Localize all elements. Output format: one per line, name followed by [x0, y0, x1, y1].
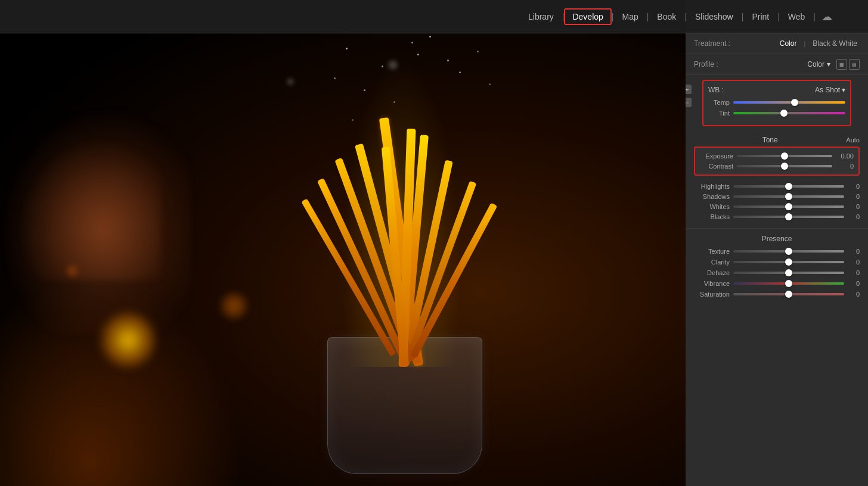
whites-thumb[interactable]: [785, 203, 792, 210]
treatment-options: Color | Black & White: [777, 38, 860, 49]
highlights-row: Highlights 0: [694, 183, 860, 190]
contrast-slider-row: Contrast 0: [700, 163, 854, 170]
profile-grid-icon-1[interactable]: ▦: [836, 59, 847, 70]
contrast-thumb[interactable]: [781, 163, 788, 170]
tone-header: Tone Auto: [694, 131, 860, 147]
nav-web[interactable]: Web: [780, 8, 814, 25]
basic-sliders-section: Highlights 0 Shadows 0 Whites 0 Blacks: [686, 180, 868, 226]
clarity-thumb[interactable]: [785, 258, 792, 266]
wb-label: WB :: [708, 86, 724, 94]
blacks-value: 0: [848, 213, 860, 220]
nav-library[interactable]: Library: [520, 8, 562, 25]
wb-dropdown[interactable]: As Shot ▾: [815, 86, 845, 94]
presence-section: Presence Texture 0 Clarity 0 Dehaze 0 Vi…: [686, 228, 868, 304]
clarity-slider[interactable]: [733, 261, 844, 263]
bokeh-small3: [286, 77, 294, 86]
highlights-thumb[interactable]: [785, 183, 792, 190]
treatment-label: Treatment :: [694, 39, 730, 48]
treatment-color-btn[interactable]: Color: [777, 38, 799, 49]
tone-section-outer: Tone Auto Exposure 0.00 Contrast 0: [686, 131, 868, 180]
bokeh-orange: [221, 292, 247, 319]
temp-slider[interactable]: [733, 101, 845, 104]
top-navigation: Library | Develop | Map | Book | Slidesh…: [0, 0, 868, 33]
saturation-row: Saturation 0: [694, 291, 860, 298]
eyedropper-buttons: ✒ ○: [686, 85, 692, 107]
wb-dropdown-text: As Shot: [815, 86, 840, 94]
main-photo-canvas: [0, 0, 686, 486]
exposure-slider[interactable]: [737, 155, 832, 157]
blacks-label: Blacks: [694, 213, 730, 220]
eyedropper-btn-2[interactable]: ○: [686, 98, 692, 107]
tint-slider-row: Tint: [708, 110, 845, 117]
whites-slider[interactable]: [733, 205, 844, 208]
nav-map[interactable]: Map: [613, 8, 646, 25]
contrast-slider[interactable]: [737, 165, 832, 167]
whites-row: Whites 0: [694, 203, 860, 210]
vibrance-row: Vibrance 0: [694, 280, 860, 287]
vibrance-slider[interactable]: [733, 282, 844, 285]
bokeh-yellow: [101, 313, 155, 367]
profile-dropdown[interactable]: Color ▾: [807, 60, 830, 68]
tone-inner-border: Exposure 0.00 Contrast 0: [694, 147, 860, 176]
vibrance-label: Vibrance: [694, 280, 730, 287]
exposure-value: 0.00: [836, 152, 854, 160]
shadows-slider[interactable]: [733, 195, 844, 198]
vibrance-thumb[interactable]: [785, 280, 792, 287]
clarity-row: Clarity 0: [694, 258, 860, 266]
blacks-thumb[interactable]: [785, 213, 792, 220]
dehaze-row: Dehaze 0: [694, 269, 860, 276]
texture-slider[interactable]: [733, 250, 844, 253]
profile-grid-icon-2[interactable]: ▤: [849, 59, 860, 70]
treatment-bw-btn[interactable]: Black & White: [810, 38, 860, 49]
texture-row: Texture 0: [694, 248, 860, 255]
blacks-slider[interactable]: [733, 216, 844, 218]
exposure-thumb[interactable]: [781, 152, 788, 160]
clarity-value: 0: [848, 258, 860, 266]
nav-book[interactable]: Book: [649, 8, 684, 25]
tint-thumb[interactable]: [780, 110, 788, 117]
wb-dropdown-chevron: ▾: [842, 86, 845, 94]
treatment-sep: |: [804, 40, 805, 47]
texture-thumb[interactable]: [785, 248, 792, 255]
eyedropper-btn-1[interactable]: ✒: [686, 85, 692, 94]
texture-value: 0: [848, 248, 860, 255]
bokeh-small1: [66, 264, 79, 278]
wb-section-wrapper: ✒ ○ WB : As Shot ▾ Temp Tint: [694, 80, 860, 126]
whites-value: 0: [848, 203, 860, 210]
shadows-row: Shadows 0: [694, 193, 860, 200]
dehaze-thumb[interactable]: [785, 269, 792, 276]
profile-value-text: Color: [807, 60, 824, 68]
whites-label: Whites: [694, 203, 730, 210]
profile-icons: ▦ ▤: [836, 59, 860, 70]
fries-group: [318, 57, 485, 367]
temp-thumb[interactable]: [791, 99, 798, 106]
wb-header: WB : As Shot ▾: [708, 86, 845, 94]
nav-slideshow[interactable]: Slideshow: [687, 8, 742, 25]
dehaze-label: Dehaze: [694, 269, 730, 276]
cloud-icon[interactable]: ☁: [822, 10, 832, 23]
temp-label: Temp: [708, 99, 730, 106]
shadows-value: 0: [848, 193, 860, 200]
exposure-label: Exposure: [700, 152, 733, 160]
saturation-label: Saturation: [694, 291, 730, 298]
nav-develop[interactable]: Develop: [564, 8, 611, 25]
highlights-slider[interactable]: [733, 185, 844, 188]
wb-section: WB : As Shot ▾ Temp Tint: [702, 80, 851, 126]
blacks-row: Blacks 0: [694, 213, 860, 220]
exposure-slider-row: Exposure 0.00: [700, 152, 854, 160]
shadows-label: Shadows: [694, 193, 730, 200]
dehaze-value: 0: [848, 269, 860, 276]
highlights-label: Highlights: [694, 183, 730, 190]
dehaze-slider[interactable]: [733, 272, 844, 274]
shadows-thumb[interactable]: [785, 193, 792, 200]
tone-auto-btn[interactable]: Auto: [846, 136, 860, 144]
treatment-row: Treatment : Color | Black & White: [686, 33, 868, 54]
saturation-thumb[interactable]: [785, 291, 792, 298]
tint-slider[interactable]: [733, 112, 845, 114]
temp-slider-row: Temp: [708, 99, 845, 106]
nav-print[interactable]: Print: [743, 8, 777, 25]
profile-chevron-icon: ▾: [827, 60, 830, 68]
saturation-slider[interactable]: [733, 293, 844, 295]
develop-panel: Treatment : Color | Black & White Profil…: [686, 0, 868, 486]
contrast-label: Contrast: [700, 163, 733, 170]
